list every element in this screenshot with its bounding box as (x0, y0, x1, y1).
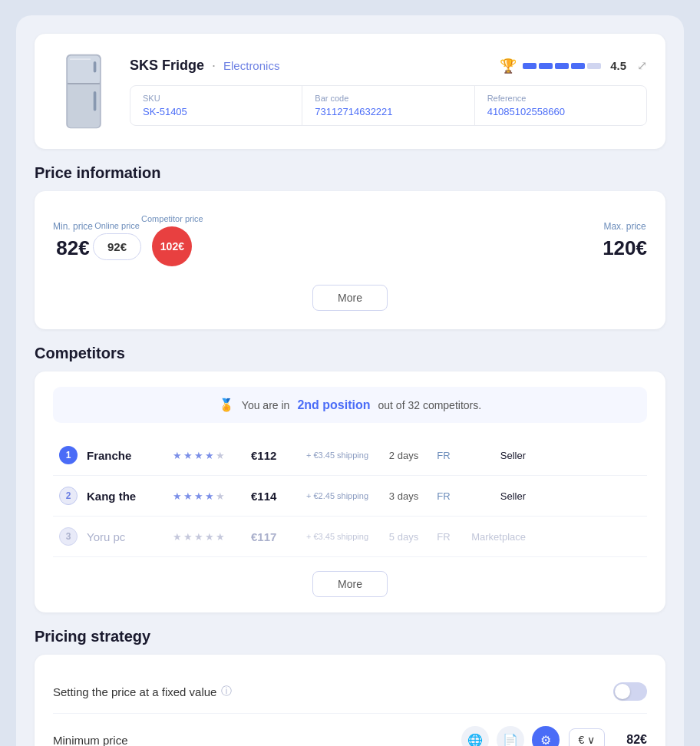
trophy-icon: 🏆 (500, 58, 517, 74)
position-banner: 🏅 You are in 2nd position out of 32 comp… (53, 387, 647, 423)
comp-shipping-1: + €3.45 shipping (306, 451, 375, 460)
rank-badge-3: 3 (59, 527, 78, 546)
currency-select[interactable]: € ∨ (569, 728, 606, 746)
star-2 (539, 63, 553, 69)
fixed-price-toggle[interactable] (613, 682, 647, 701)
barcode-label: Bar code (315, 94, 461, 103)
price-row: Min. price 82€ Online price 92€ Competit… (53, 210, 647, 271)
meta-fields: SKU SK-51405 Bar code 73112714632221 Ref… (130, 85, 647, 126)
chevron-down-icon: ∨ (587, 734, 595, 746)
info-icon[interactable]: ⓘ (221, 685, 232, 698)
pricing-strategy-title: Pricing strategy (35, 628, 665, 645)
svg-rect-4 (94, 61, 97, 73)
comp-type-2: Seller (464, 490, 526, 502)
comp-type-1: Seller (464, 450, 526, 461)
svg-rect-6 (70, 58, 91, 60)
table-row: 3 Yoru pc ★★★★★ €117 + €3.45 shipping 5 … (53, 517, 647, 557)
min-price-controls: 🌐 📄 ⚙ € ∨ 82€ (461, 726, 648, 746)
comp-stars-3: ★★★★★ (173, 531, 242, 543)
strategy-card: Setting the price at a fixed value ⓘ Min… (35, 655, 665, 746)
comp-name-2: Kang the (87, 490, 163, 503)
main-container: SKS Fridge · Electronics 🏆 4.5 ⤢ (16, 15, 684, 746)
rank-badge-2: 2 (59, 487, 78, 505)
min-price-label: Min. price (53, 221, 93, 232)
fixed-price-label: Setting the price at a fixed value ⓘ (53, 685, 232, 698)
sku-label: SKU (143, 94, 289, 103)
svg-rect-5 (94, 91, 97, 111)
stars-bar (523, 63, 601, 69)
position-text-after: out of 32 competitors. (378, 399, 482, 411)
competitors-card: 🏅 You are in 2nd position out of 32 comp… (35, 371, 665, 612)
rating-section: 🏆 4.5 ⤢ (500, 58, 647, 74)
comp-price-3: €117 (251, 530, 297, 543)
comp-country-1: FR (432, 450, 455, 461)
reference-value: 41085102558660 (487, 106, 634, 117)
price-more-button[interactable]: More (312, 285, 388, 311)
expand-icon[interactable]: ⤢ (637, 58, 647, 73)
comp-price-1: €112 (251, 449, 297, 462)
sku-value: SK-51405 (143, 106, 289, 117)
comp-shipping-3: + €3.45 shipping (306, 532, 375, 541)
product-title-row: SKS Fridge · Electronics 🏆 4.5 ⤢ (130, 58, 647, 74)
star-3 (555, 63, 569, 69)
reference-label: Reference (487, 94, 634, 103)
table-row: 2 Kang the ★★★★★ €114 + €2.45 shipping 3… (53, 476, 647, 517)
comp-price-2: €114 (251, 490, 297, 503)
min-price-value: 82€ (53, 236, 93, 260)
rank-badge-1: 1 (59, 446, 78, 464)
online-value: 92€ (93, 233, 141, 260)
fixed-price-row: Setting the price at a fixed value ⓘ (53, 670, 647, 714)
comp-shipping-2: + €2.45 shipping (306, 491, 375, 500)
price-info-section: Price information Min. price 82€ Online … (35, 164, 665, 329)
competitors-section: Competitors 🏅 You are in 2nd position ou… (35, 345, 665, 612)
rating-value: 4.5 (610, 59, 626, 72)
comp-country-2: FR (432, 490, 455, 502)
toggle-knob (615, 684, 630, 699)
max-price-block: Max. price 120€ (603, 221, 647, 260)
competitors-title: Competitors (35, 345, 665, 362)
bottom-icons: 🌐 📄 ⚙ (461, 726, 560, 746)
product-card: SKS Fridge · Electronics 🏆 4.5 ⤢ (35, 34, 665, 149)
comp-stars-1: ★★★★★ (173, 450, 242, 461)
product-image (53, 49, 114, 134)
doc-icon-btn[interactable]: 📄 (497, 726, 524, 746)
sku-field: SKU SK-51405 (130, 86, 302, 125)
min-price-block: Min. price 82€ (53, 221, 93, 260)
comp-more-button[interactable]: More (312, 571, 388, 597)
comp-type-3: Marketplace (464, 531, 526, 543)
comp-stars-2: ★★★★★ (173, 490, 242, 502)
max-price-label: Max. price (603, 221, 647, 232)
star-1 (523, 63, 537, 69)
barcode-value: 73112714632221 (315, 106, 461, 117)
online-price-block: Online price 92€ (93, 221, 141, 260)
filter-icon-btn[interactable]: ⚙ (532, 726, 560, 746)
competitor-value: 102€ (152, 226, 192, 266)
position-text-before: You are in (242, 399, 290, 411)
price-more-btn-wrap: More (53, 285, 647, 311)
online-label: Online price (94, 221, 140, 230)
table-row: 1 Franche ★★★★★ €112 + €3.45 shipping 2 … (53, 435, 647, 476)
barcode-field: Bar code 73112714632221 (302, 86, 474, 125)
position-highlight: 2nd position (297, 398, 370, 412)
comp-name-3: Yoru pc (87, 530, 163, 543)
comp-more-btn-wrap: More (53, 571, 647, 597)
comp-country-3: FR (432, 531, 455, 543)
comp-name-1: Franche (87, 449, 163, 462)
product-category: Electronics (223, 59, 279, 72)
currency-symbol: € (579, 734, 585, 746)
product-details: SKS Fridge · Electronics 🏆 4.5 ⤢ (130, 58, 647, 126)
globe-icon-btn[interactable]: 🌐 (461, 726, 489, 746)
max-price-value: 120€ (603, 236, 647, 260)
price-info-title: Price information (35, 164, 665, 182)
pricing-strategy-section: Pricing strategy Setting the price at a … (35, 628, 665, 746)
comp-days-2: 3 days (385, 490, 423, 502)
competitor-price-block: Competitor price 102€ (141, 214, 203, 266)
comp-days-1: 2 days (385, 450, 423, 461)
star-5 (587, 63, 601, 69)
reference-field: Reference 41085102558660 (475, 86, 646, 125)
min-price-row: Minimum price 🌐 📄 ⚙ € ∨ 82€ (53, 714, 647, 746)
min-price-strategy-label: Minimum price (53, 734, 128, 747)
price-info-card: Min. price 82€ Online price 92€ Competit… (35, 191, 665, 329)
star-4 (571, 63, 585, 69)
product-name: SKS Fridge (130, 58, 204, 74)
